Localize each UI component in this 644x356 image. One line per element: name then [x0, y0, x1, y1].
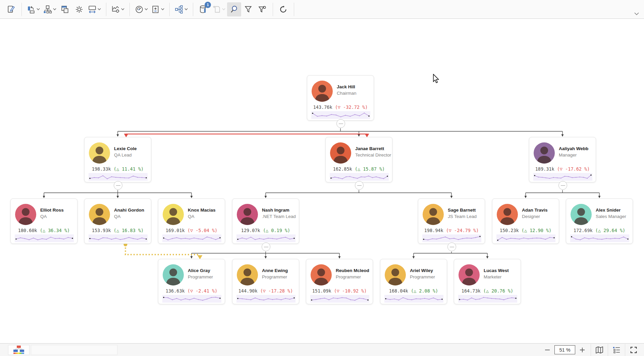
org-node-reuben[interactable]: Reuben McleodProgrammer151.09k (▽ -10.92… — [306, 259, 373, 304]
outline-list-icon — [612, 346, 621, 354]
salary-value: 144.90k — [238, 288, 258, 294]
org-chart-canvas[interactable]: Jack HillChairman143.76k (▽ -32.72 %)Lex… — [0, 19, 644, 343]
collapse-button[interactable] — [558, 181, 567, 190]
avatar — [89, 204, 110, 225]
avatar — [459, 264, 480, 285]
edit-diagram-button[interactable] — [4, 2, 18, 16]
search-toggle-button[interactable] — [227, 2, 241, 16]
avatar — [571, 204, 592, 225]
org-node-alex[interactable]: Alex SniderSales Manager172.69k (△ 29.64… — [566, 198, 633, 244]
layout-direction-button[interactable] — [25, 2, 42, 16]
outline-button[interactable] — [609, 344, 624, 356]
collapse-button[interactable] — [336, 119, 345, 128]
collapse-button[interactable] — [262, 242, 270, 251]
filter-button[interactable] — [241, 2, 255, 16]
overview-map-button[interactable] — [592, 344, 606, 356]
zoom-out-button[interactable] — [540, 344, 554, 356]
employee-role: Sales Manager — [596, 214, 626, 219]
gauge-button[interactable] — [133, 2, 150, 16]
node-width-button[interactable] — [86, 2, 103, 16]
salary-sparkline — [570, 234, 629, 243]
add-page-button[interactable] — [211, 2, 227, 16]
org-node-jack[interactable]: Jack HillChairman143.76k (▽ -32.72 %) — [307, 75, 374, 121]
employee-role: QA Lead — [114, 152, 132, 158]
salary-value: 143.76k — [313, 104, 332, 110]
org-node-alice[interactable]: Alice GrayProgrammer136.63k (▽ -2.41 %) — [158, 259, 225, 304]
employee-name: Jack Hill — [337, 84, 355, 89]
employee-salary-stats: 129.07k (△ 0.19 %) — [232, 228, 299, 233]
avatar — [237, 264, 258, 285]
org-node-ariel[interactable]: Ariel WileyProgrammer168.04k (△ 2.08 %) — [380, 259, 447, 304]
collapse-button[interactable] — [447, 242, 456, 251]
employee-salary-stats: 169.01k (▽ -5.04 %) — [158, 228, 225, 233]
collapse-button[interactable] — [114, 181, 122, 190]
plus-minus-fields-button[interactable] — [150, 2, 166, 16]
salary-value: 198.33k — [92, 166, 111, 172]
employee-role: QA — [114, 214, 121, 219]
salary-sparkline — [496, 234, 555, 243]
salary-value: 129.07k — [241, 228, 260, 233]
plus-minus-icon — [151, 5, 160, 14]
org-node-sage[interactable]: Sage BarnettJS Team Lead198.94k (▽ -24.7… — [418, 198, 485, 244]
employee-salary-stats: 189.31k (▽ -17.62 %) — [529, 166, 596, 172]
zoom-in-button[interactable] — [575, 344, 589, 356]
employee-name: Adan Travis — [522, 208, 548, 213]
employee-name: Elliot Ross — [40, 208, 64, 213]
org-node-anahi[interactable]: Anahi GordonQA153.93k (△ 16.83 %) — [84, 198, 151, 244]
chart-settings-button[interactable] — [110, 2, 126, 16]
org-node-knox[interactable]: Knox MaciasQA169.01k (▽ -5.04 %) — [158, 198, 225, 244]
filter-icon — [244, 5, 253, 14]
org-node-lexie[interactable]: Lexie ColeQA Lead198.33k (△ 11.41 %) — [84, 137, 151, 182]
toolbar-overflow-chevron-icon[interactable] — [634, 12, 639, 15]
filter-settings-button[interactable] — [255, 2, 269, 16]
org-node-aaliyah[interactable]: Aaliyah WebbManager189.31k (▽ -17.62 %) — [529, 137, 596, 182]
employee-role: Programmer — [336, 274, 361, 279]
settings-button[interactable] — [72, 2, 86, 16]
salary-sparkline — [236, 295, 296, 304]
salary-value: 151.09k — [312, 288, 331, 294]
org-node-janae[interactable]: Janae BarrettTechnical Director162.85k (… — [325, 137, 392, 182]
reset-button[interactable] — [276, 2, 290, 16]
panels-icon — [61, 5, 69, 14]
toolbar-separator — [294, 3, 294, 16]
salary-delta: (△ 29.64 %) — [593, 228, 626, 233]
mini-org-chart-icon — [13, 345, 25, 354]
statusbar-separator — [591, 344, 591, 356]
map-icon — [595, 346, 603, 354]
collapse-button[interactable] — [355, 181, 364, 190]
org-node-elliot[interactable]: Elliot RossQA180.60k (△ 36.34 %) — [10, 198, 77, 244]
salary-delta: (△ 11.41 %) — [111, 166, 144, 172]
employee-salary-stats: 172.69k (△ 29.64 %) — [566, 228, 633, 233]
employee-name: Anne Ewing — [262, 268, 288, 273]
page-tab-strip[interactable] — [31, 345, 117, 355]
salary-delta: (▽ -17.62 %) — [554, 166, 590, 172]
salary-value: 168.04k — [389, 288, 408, 294]
salary-delta: (▽ -17.28 %) — [258, 288, 293, 294]
avatar — [311, 264, 332, 285]
org-node-adan[interactable]: Adan TravisDesigner150.23k (△ 12.90 %) — [492, 198, 559, 244]
employee-salary-stats: 143.76k (▽ -32.72 %) — [307, 104, 374, 110]
panels-button[interactable] — [58, 2, 72, 16]
page-tab-org-chart[interactable] — [8, 345, 30, 355]
toolbar-separator — [169, 3, 170, 16]
link-structure-button[interactable] — [173, 2, 190, 16]
org-node-nash[interactable]: Nash Ingram.NET Team Lead129.07k (△ 0.19… — [232, 198, 299, 244]
zoom-level-input[interactable] — [554, 345, 575, 354]
org-node-anne[interactable]: Anne EwingProgrammer144.90k (▽ -17.28 %) — [232, 259, 299, 304]
employee-role: Marketer — [484, 274, 501, 279]
fullscreen-button[interactable] — [627, 344, 641, 356]
employee-salary-stats: 162.85k (△ 15.87 %) — [326, 166, 392, 172]
toolbar-separator — [273, 3, 273, 16]
salary-delta: (△ 20.76 %) — [481, 288, 514, 294]
salary-sparkline — [533, 173, 592, 182]
gauge-icon — [135, 5, 144, 14]
org-node-lucas[interactable]: Lucas WestMarketer164.73k (△ 20.76 %) — [454, 259, 521, 304]
data-source-button[interactable]: 1 — [197, 2, 211, 16]
org-layout-button[interactable] — [42, 2, 58, 16]
salary-value: 150.23k — [500, 228, 519, 233]
resize-width-icon — [88, 5, 97, 14]
salary-delta: (△ 2.08 %) — [408, 288, 438, 294]
gear-icon — [75, 5, 84, 14]
salary-sparkline — [311, 111, 370, 120]
employee-role: JS Team Lead — [448, 214, 477, 219]
